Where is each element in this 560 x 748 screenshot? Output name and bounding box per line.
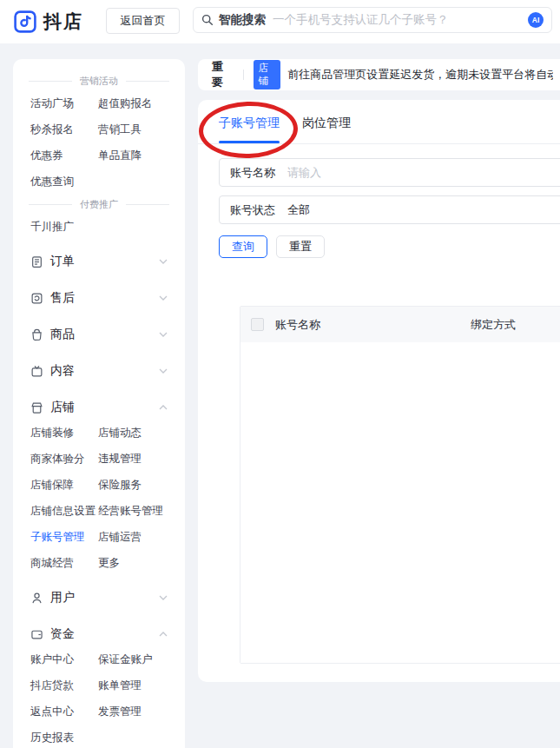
query-button[interactable]: 查询 [219, 235, 267, 258]
sidebar-item-shop-info-settings[interactable]: 店铺信息设置 [30, 504, 98, 519]
account-name-label: 账号名称 [230, 165, 275, 181]
tab-bar: 子账号管理 岗位管理 [198, 100, 560, 144]
sidebar-item-flash-sale-signup[interactable]: 秒杀报名 [30, 122, 98, 137]
sidebar-item-label: 内容 [50, 363, 159, 379]
search-placeholder: 一个手机号支持认证几个子账号？ [273, 12, 528, 28]
sidebar-item-shop-operations[interactable]: 店铺运营 [98, 530, 185, 545]
sidebar-item-violation-management[interactable]: 违规管理 [98, 452, 185, 467]
sidebar-item-deposit-account[interactable]: 保证金账户 [98, 652, 185, 667]
search-label: 智能搜索 [219, 12, 266, 28]
back-home-button[interactable]: 返回首页 [106, 8, 180, 34]
sidebar-item-label: 售后 [50, 290, 159, 306]
smart-search-bar[interactable]: 智能搜索 一个手机号支持认证几个子账号？ AI [193, 7, 552, 33]
funds-icon [30, 628, 43, 641]
sidebar-item-business-account-management[interactable]: 经营账号管理 [98, 504, 185, 519]
user-icon [30, 592, 43, 605]
sidebar-item-shop-decoration[interactable]: 店铺装修 [30, 426, 98, 440]
paid-promo-links: 千川推广 [13, 220, 185, 235]
sidebar-item-sub-account-management[interactable]: 子账号管理 [30, 530, 98, 545]
sidebar-item-label: 订单 [50, 254, 159, 269]
chevron-down-icon [159, 594, 168, 601]
sidebar-item-insurance-services[interactable]: 保险服务 [98, 478, 185, 493]
sidebar-item-orders[interactable]: 订单 [13, 243, 185, 280]
shop-icon [30, 401, 43, 414]
orders-icon [30, 255, 43, 268]
sidebar-item-label: 商品 [50, 327, 159, 342]
search-icon [201, 14, 214, 26]
notice-important-label: 重要 [212, 59, 233, 90]
sidebar-item-label: 用户 [50, 590, 159, 606]
sidebar-item-label: 店铺 [50, 400, 159, 415]
chevron-down-icon [159, 367, 168, 374]
top-header: 抖店 返回首页 智能搜索 一个手机号支持认证几个子账号？ AI [0, 0, 560, 43]
sidebar-item-aftersale[interactable]: 售后 [13, 280, 185, 316]
sub-account-panel: 子账号管理 岗位管理 账号名称 账号状态 全部 查询 重置 账号名称 绑定方式 [198, 100, 560, 682]
sub-account-table: 账号名称 绑定方式 [240, 306, 560, 664]
tab-position-management[interactable]: 岗位管理 [302, 116, 351, 143]
sidebar-section-marketing: 营销活动 [29, 75, 169, 88]
sidebar-item-merchant-experience-score[interactable]: 商家体验分 [30, 452, 98, 467]
sidebar-item-history-reports[interactable]: 历史报表 [30, 731, 98, 745]
filter-area: 账号名称 账号状态 全部 查询 重置 账号名称 绑定方式 [198, 144, 560, 664]
sidebar-item-single-item-discount[interactable]: 单品直降 [98, 149, 185, 163]
sidebar-item-label: 资金 [50, 626, 159, 642]
goods-icon [30, 328, 43, 341]
filter-buttons: 查询 重置 [219, 235, 560, 258]
sidebar-item-invoice-management[interactable]: 发票管理 [98, 705, 185, 719]
sidebar-item-doudian-loans[interactable]: 抖店贷款 [30, 678, 98, 693]
sidebar-item-coupons[interactable]: 优惠券 [30, 149, 98, 163]
sidebar-item-goods[interactable]: 商品 [13, 316, 185, 353]
sidebar-item-account-center[interactable]: 账户中心 [30, 652, 98, 667]
sidebar-item-marketing-tools[interactable]: 营销工具 [98, 122, 185, 137]
table-header-row: 账号名称 绑定方式 [240, 307, 560, 342]
sidebar-item-funds[interactable]: 资金 [13, 616, 185, 652]
sidebar-item-content[interactable]: 内容 [13, 353, 185, 389]
account-status-filter[interactable]: 账号状态 全部 [219, 195, 560, 224]
sidebar-item-rebate-center[interactable]: 返点中心 [30, 705, 98, 719]
shop-submenu: 店铺装修 店铺动态 商家体验分 违规管理 店铺保障 保险服务 店铺信息设置 经营… [13, 426, 185, 571]
account-status-label: 账号状态 [230, 202, 275, 218]
account-status-select[interactable]: 全部 [287, 202, 310, 218]
chevron-down-icon [159, 295, 168, 301]
ai-assistant-button[interactable]: AI [528, 12, 544, 28]
logo-text: 抖店 [43, 10, 83, 34]
sidebar: 营销活动 活动广场 超值购报名 秒杀报名 营销工具 优惠券 单品直降 优惠查询 … [13, 59, 185, 748]
sidebar-item-value-buy-signup[interactable]: 超值购报名 [98, 96, 185, 111]
sidebar-item-shop[interactable]: 店铺 [13, 389, 185, 426]
sidebar-item-shop-protection[interactable]: 店铺保障 [30, 478, 98, 493]
account-name-input[interactable] [287, 166, 560, 179]
funds-submenu: 账户中心 保证金账户 抖店贷款 账单管理 返点中心 发票管理 历史报表 [13, 652, 185, 745]
douyin-shop-logo-icon [14, 10, 36, 33]
douyin-shop-logo[interactable]: 抖店 [14, 10, 83, 34]
column-binding-method: 绑定方式 [471, 317, 516, 333]
sidebar-item-discount-query[interactable]: 优惠查询 [30, 175, 98, 189]
reset-button[interactable]: 重置 [276, 235, 325, 258]
notice-shop-badge[interactable]: 店铺 [254, 60, 280, 89]
sidebar-item-bill-management[interactable]: 账单管理 [98, 678, 185, 693]
select-all-checkbox[interactable] [251, 318, 264, 331]
sidebar-item-mall-business[interactable]: 商城经营 [30, 556, 98, 571]
account-name-filter[interactable]: 账号名称 [219, 158, 560, 187]
chevron-down-icon [159, 258, 168, 265]
sidebar-item-more[interactable]: 更多 [98, 556, 185, 571]
sidebar-section-paid-promo: 付费推广 [29, 198, 169, 211]
marketing-links: 活动广场 超值购报名 秒杀报名 营销工具 优惠券 单品直降 优惠查询 [13, 96, 185, 189]
sidebar-item-shop-updates[interactable]: 店铺动态 [98, 426, 185, 440]
chevron-up-icon [159, 631, 168, 638]
table-body-empty [240, 342, 560, 664]
sidebar-item-activity-square[interactable]: 活动广场 [30, 96, 98, 111]
sidebar-item-users[interactable]: 用户 [13, 579, 185, 616]
tab-sub-account-management[interactable]: 子账号管理 [219, 116, 280, 143]
notice-divider [243, 70, 244, 80]
notice-message[interactable]: 前往商品管理页设置延迟发货，逾期未设置平台将自动延迟 [287, 67, 553, 83]
sidebar-item-qianchuan-promo[interactable]: 千川推广 [30, 220, 98, 235]
column-account-name: 账号名称 [275, 317, 471, 333]
douyin-shop-admin: { "header": { "logo_text": "抖店", "back_b… [0, 0, 560, 748]
content-icon [30, 365, 43, 378]
chevron-down-icon [159, 331, 168, 338]
chevron-up-icon [159, 404, 168, 411]
notice-bar: 重要 店铺 前往商品管理页设置延迟发货，逾期未设置平台将自动延迟 [198, 59, 560, 90]
aftersale-icon [30, 292, 43, 305]
